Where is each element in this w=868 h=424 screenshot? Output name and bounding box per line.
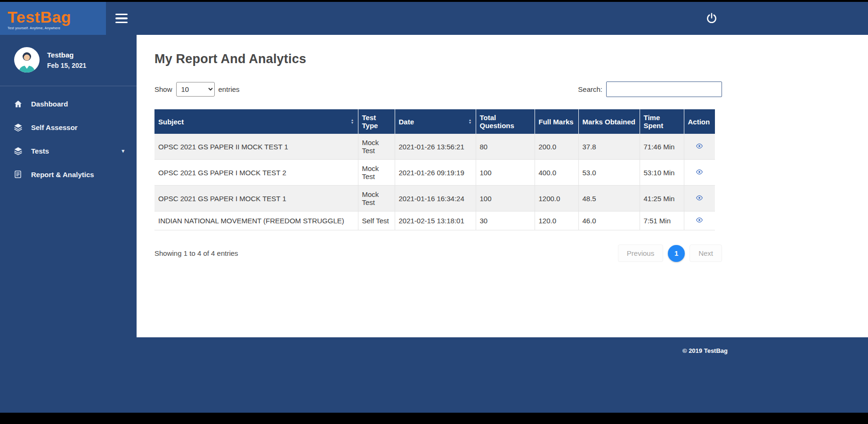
cell-subject: INDIAN NATIONAL MOVEMENT (FREEDOM STRUGG…	[154, 212, 358, 230]
logout-button[interactable]	[704, 10, 720, 26]
main-content: My Report And Analytics Show 10 entries …	[137, 35, 868, 337]
cell-full-marks: 200.0	[535, 134, 578, 160]
chevron-down-icon: ▾	[122, 148, 124, 154]
cell-action	[684, 186, 715, 212]
user-meta: Testbag Feb 15, 2021	[47, 51, 86, 69]
cell-marks-obtained: 53.0	[578, 160, 640, 186]
sidebar-item-self-assessor[interactable]: Self Assessor	[0, 115, 137, 139]
brand-tagline: Test yourself. Anytime, Anywhere	[8, 26, 98, 30]
table-row: OPSC 2021 GS PAPER I MOCK TEST 1 Mock Te…	[154, 186, 715, 212]
table-footer: Showing 1 to 4 of 4 entries Previous 1 N…	[154, 245, 722, 262]
column-header-total-questions[interactable]: Total Questions	[476, 109, 535, 134]
eye-icon	[696, 142, 703, 150]
cell-action	[684, 134, 715, 160]
cell-action	[684, 212, 715, 230]
column-header-marks-obtained[interactable]: Marks Obtained	[578, 109, 640, 134]
sidebar-item-dashboard[interactable]: Dashboard	[0, 92, 137, 115]
cell-subject: OPSC 2021 GS PAPER I MOCK TEST 1	[154, 186, 358, 212]
cell-full-marks: 1200.0	[535, 186, 578, 212]
view-report-button[interactable]	[696, 168, 703, 176]
cell-marks-obtained: 46.0	[578, 212, 640, 230]
cell-date: 2021-01-16 16:34:24	[395, 186, 476, 212]
cell-total-questions: 100	[476, 160, 535, 186]
cell-test-type: Self Test	[358, 212, 395, 230]
report-table: Subject ▲▼ Test Type Date ▲▼ Total Quest…	[154, 109, 715, 230]
page-title: My Report And Analytics	[154, 52, 868, 66]
eye-icon	[696, 216, 703, 224]
view-report-button[interactable]	[696, 216, 703, 224]
cell-date: 2021-01-26 09:19:19	[395, 160, 476, 186]
sidebar-nav: Dashboard Self Assessor	[0, 92, 137, 186]
cell-time-spent: 71:46 Min	[640, 134, 684, 160]
column-header-test-type[interactable]: Test Type	[358, 109, 395, 134]
search-label: Search:	[578, 85, 602, 93]
cell-test-type: Mock Test	[358, 134, 395, 160]
pagination: Previous 1 Next	[618, 245, 722, 262]
cell-date: 2021-01-26 13:56:21	[395, 134, 476, 160]
cell-full-marks: 400.0	[535, 160, 578, 186]
app-window: TestBag Test yourself. Anytime, Anywhere	[0, 2, 868, 413]
entries-info: Showing 1 to 4 of 4 entries	[154, 249, 238, 257]
report-icon	[13, 170, 23, 179]
eye-icon	[696, 194, 703, 202]
cell-test-type: Mock Test	[358, 186, 395, 212]
sort-icon: ▲▼	[351, 119, 354, 124]
table-controls: Show 10 entries Search:	[154, 82, 722, 97]
view-report-button[interactable]	[696, 142, 703, 150]
user-card: Testbag Feb 15, 2021	[0, 35, 137, 84]
sidebar-item-tests[interactable]: Tests ▾	[0, 139, 137, 163]
header-bar	[137, 2, 868, 35]
eye-icon	[696, 168, 703, 176]
entries-select[interactable]: 10	[176, 82, 215, 97]
home-icon	[13, 99, 23, 108]
entries-control: Show 10 entries	[154, 82, 240, 97]
table-header-row: Subject ▲▼ Test Type Date ▲▼ Total Quest…	[154, 109, 715, 134]
cell-subject: OPSC 2021 GS PAPER I MOCK TEST 2	[154, 160, 358, 186]
cell-total-questions: 30	[476, 212, 535, 230]
sort-icon: ▲▼	[469, 119, 472, 124]
column-header-date[interactable]: Date ▲▼	[395, 109, 476, 134]
cell-subject: OPSC 2021 GS PAPER II MOCK TEST 1	[154, 134, 358, 160]
column-header-subject[interactable]: Subject ▲▼	[154, 109, 358, 134]
sidebar-toggle-button[interactable]	[106, 2, 137, 35]
sidebar-item-label: Tests	[31, 147, 49, 155]
top-header: TestBag Test yourself. Anytime, Anywhere	[0, 2, 868, 35]
layers-icon	[13, 122, 23, 132]
cell-time-spent: 53:10 Min	[640, 160, 684, 186]
cell-date: 2021-02-15 13:18:01	[395, 212, 476, 230]
table-row: INDIAN NATIONAL MOVEMENT (FREEDOM STRUGG…	[154, 212, 715, 230]
user-avatar	[14, 47, 40, 73]
next-page-button[interactable]: Next	[690, 245, 722, 262]
search-control: Search:	[578, 82, 722, 97]
sidebar-item-label: Dashboard	[31, 100, 68, 108]
layers-icon	[13, 146, 23, 155]
person-icon	[14, 47, 40, 73]
entries-label: entries	[219, 85, 240, 93]
table-row: OPSC 2021 GS PAPER II MOCK TEST 1 Mock T…	[154, 134, 715, 160]
view-report-button[interactable]	[696, 194, 703, 202]
column-header-full-marks[interactable]: Full Marks	[535, 109, 578, 134]
brand-logo[interactable]: TestBag Test yourself. Anytime, Anywhere	[0, 2, 106, 35]
sidebar-item-label: Self Assessor	[31, 123, 78, 131]
current-page-button[interactable]: 1	[668, 245, 685, 262]
sidebar-item-report-analytics[interactable]: Report & Analytics	[0, 163, 137, 186]
column-header-time-spent[interactable]: Time Spent	[640, 109, 684, 134]
search-input[interactable]	[606, 82, 722, 97]
previous-page-button[interactable]: Previous	[618, 245, 663, 262]
cell-full-marks: 120.0	[535, 212, 578, 230]
user-date: Feb 15, 2021	[47, 62, 86, 69]
cell-marks-obtained: 48.5	[578, 186, 640, 212]
copyright-text: © 2019 TestBag	[682, 347, 728, 354]
cell-test-type: Mock Test	[358, 160, 395, 186]
sidebar: Testbag Feb 15, 2021 Dashboard	[0, 35, 137, 415]
cell-total-questions: 80	[476, 134, 535, 160]
cell-action	[684, 160, 715, 186]
cell-marks-obtained: 37.8	[578, 134, 640, 160]
sidebar-divider	[0, 86, 137, 86]
user-name: Testbag	[47, 51, 86, 59]
brand-name: TestBag	[8, 8, 98, 25]
column-header-action: Action	[684, 109, 715, 134]
cell-time-spent: 7:51 Min	[640, 212, 684, 230]
sidebar-item-label: Report & Analytics	[31, 171, 94, 179]
table-row: OPSC 2021 GS PAPER I MOCK TEST 2 Mock Te…	[154, 160, 715, 186]
